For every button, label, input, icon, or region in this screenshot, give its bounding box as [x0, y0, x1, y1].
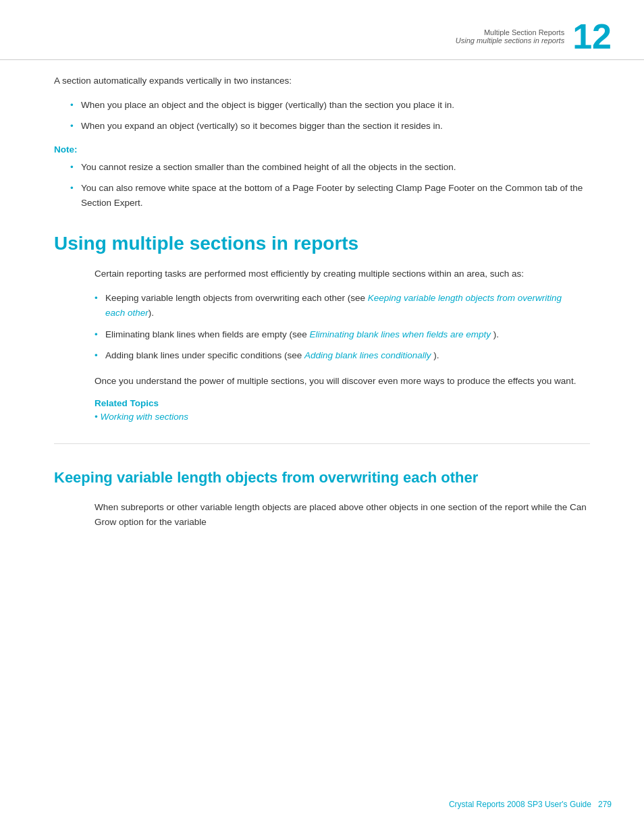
section1-intro: Certain reporting tasks are performed mo…: [54, 267, 590, 281]
section1-bullet-2-after: ).: [491, 329, 499, 339]
header-text-block: Multiple Section Reports Using multiple …: [456, 19, 612, 54]
main-content: A section automatically expands vertical…: [0, 74, 644, 530]
section-divider: [54, 443, 590, 444]
footer-text: Crystal Reports 2008 SP3 User's Guide 27…: [449, 800, 612, 809]
intro-bullet-2: When you expand an object (vertically) s…: [70, 119, 590, 134]
section1-closing: Once you understand the power of multipl…: [54, 374, 590, 389]
related-topics-block: Related Topics Working with sections: [54, 398, 590, 422]
note-label: Note:: [54, 144, 590, 155]
section1-bullet-1-before: Keeping variable length objects from ove…: [105, 293, 368, 303]
section2-heading: Keeping variable length objects from ove…: [54, 468, 590, 488]
section1-bullet-3-before: Adding blank lines under specific condit…: [105, 350, 304, 360]
note-bullet-2: You can also remove white space at the b…: [70, 181, 590, 210]
intro-opening: A section automatically expands vertical…: [54, 74, 590, 88]
chapter-number: 12: [572, 19, 612, 54]
link-adding-blank[interactable]: Adding blank lines conditionally: [304, 350, 431, 360]
footer-guide-title: Crystal Reports 2008 SP3 User's Guide: [449, 800, 591, 809]
section1-bullet-1: Keeping variable length objects from ove…: [95, 291, 576, 320]
page-header: Multiple Section Reports Using multiple …: [0, 0, 644, 60]
section1-bullet-3-after: ).: [431, 350, 439, 360]
note-bullet-list: You cannot resize a section smaller than…: [70, 160, 590, 211]
related-link-working-sections[interactable]: Working with sections: [95, 412, 188, 422]
note-block: Note: You cannot resize a section smalle…: [54, 144, 590, 211]
section1-heading: Using multiple sections in reports: [54, 232, 590, 255]
section1-bullet-2-before: Eliminating blank lines when fields are …: [105, 329, 309, 339]
related-topics-label: Related Topics: [95, 398, 590, 408]
header-line2: Using multiple sections in reports: [456, 36, 564, 45]
note-bullet-1: You cannot resize a section smaller than…: [70, 160, 590, 175]
section1-bullet-2: Eliminating blank lines when fields are …: [95, 327, 576, 342]
section2-intro: When subreports or other variable length…: [54, 500, 590, 530]
page-footer: Crystal Reports 2008 SP3 User's Guide 27…: [0, 800, 644, 809]
section1-bullet-list: Keeping variable length objects from ove…: [95, 291, 576, 362]
link-eliminating-blank[interactable]: Eliminating blank lines when fields are …: [309, 329, 491, 339]
page: Multiple Section Reports Using multiple …: [0, 0, 644, 828]
section1-bullet-3: Adding blank lines under specific condit…: [95, 348, 576, 363]
section1-bullet-1-after: ).: [149, 308, 154, 318]
header-line1: Multiple Section Reports: [456, 28, 564, 36]
intro-bullet-list: When you place an object and the object …: [70, 98, 590, 134]
footer-page-number: 279: [598, 800, 612, 809]
intro-bullet-1: When you place an object and the object …: [70, 98, 590, 113]
header-text-lines: Multiple Section Reports Using multiple …: [456, 28, 564, 45]
